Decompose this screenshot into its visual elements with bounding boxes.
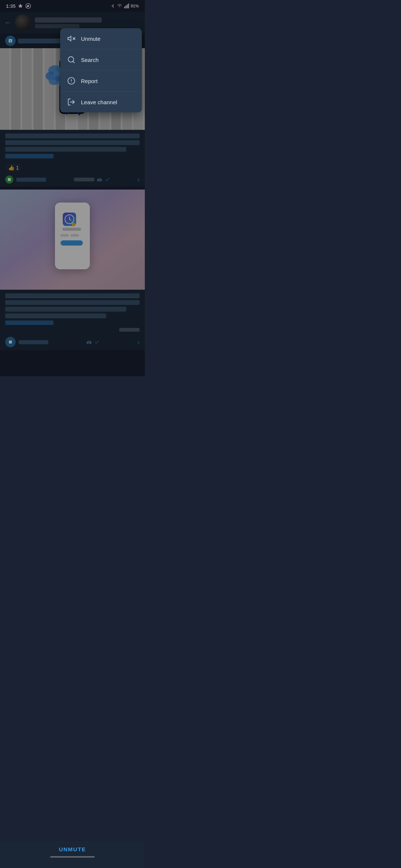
report-icon <box>67 76 76 85</box>
menu-item-unmute[interactable]: Unmute <box>60 28 142 49</box>
unmute-label: Unmute <box>81 36 101 42</box>
leave-icon <box>67 98 76 106</box>
search-label: Search <box>81 57 99 63</box>
menu-item-leave[interactable]: Leave channel <box>60 92 142 112</box>
report-label: Report <box>81 78 98 84</box>
svg-line-8 <box>73 61 74 63</box>
menu-item-report[interactable]: Report <box>60 70 142 92</box>
context-menu: Unmute Search Report Leave <box>60 28 142 112</box>
search-icon <box>67 55 76 64</box>
unmute-icon <box>67 34 76 43</box>
leave-label: Leave channel <box>81 99 117 105</box>
menu-item-search[interactable]: Search <box>60 49 142 70</box>
